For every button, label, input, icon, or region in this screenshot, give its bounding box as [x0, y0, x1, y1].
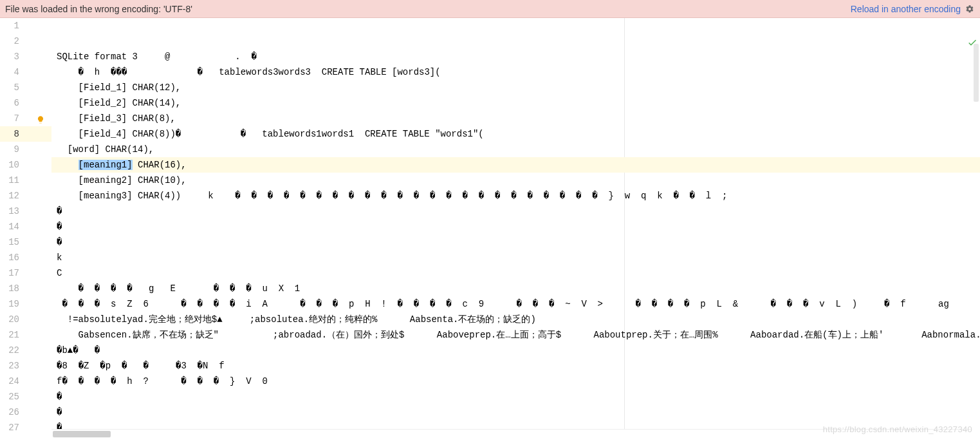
line-number: 25 — [0, 389, 51, 405]
code-line[interactable]: Gabsencen.缺席，不在场；缺乏" ;abroadad.（在）国外；到处$… — [51, 327, 980, 343]
analysis-ok-icon[interactable] — [967, 37, 977, 48]
code-line[interactable]: !=absolutelyad.完全地；绝对地$▲ ;absolutea.绝对的；… — [51, 312, 980, 327]
line-number: 1 — [0, 18, 51, 33]
line-number: 16 — [0, 250, 51, 265]
line-number: 18 — [0, 281, 51, 296]
code-line[interactable]: [word] CHAR(14), — [51, 142, 980, 157]
encoding-warning-banner: File was loaded in the wrong encoding: '… — [0, 0, 980, 18]
gear-icon[interactable] — [965, 4, 975, 14]
code-line[interactable]: [Field_3] CHAR(8), — [51, 111, 980, 126]
line-number: 4 — [0, 64, 51, 80]
line-number: 5 — [0, 80, 51, 95]
code-line[interactable]: [Field_1] CHAR(12), — [51, 80, 980, 95]
code-line[interactable]: � � � s Z 6 � � � � i A � � � p H ! � � … — [51, 296, 980, 312]
line-number: 3 — [0, 49, 51, 64]
line-number: 13 — [0, 204, 51, 219]
line-number-gutter: 1234567891011121314151617181920212223242… — [0, 18, 51, 438]
code-line[interactable]: �b▲� � — [51, 343, 980, 358]
code-line[interactable]: � — [51, 234, 980, 250]
code-line[interactable]: C — [51, 265, 980, 281]
line-number: 24 — [0, 374, 51, 389]
code-line[interactable]: SQLite format 3 @ . � — [51, 49, 980, 64]
line-number: 23 — [0, 358, 51, 374]
line-number: 11 — [0, 173, 51, 188]
vertical-scrollbar-thumb[interactable] — [974, 44, 979, 102]
line-number: 26 — [0, 405, 51, 420]
line-number: 14 — [0, 219, 51, 234]
line-number: 15 — [0, 234, 51, 250]
line-number: 17 — [0, 265, 51, 281]
line-number: 27 — [0, 420, 51, 435]
line-number: 9 — [0, 142, 51, 157]
banner-actions: Reload in another encoding — [851, 4, 975, 14]
code-editor[interactable]: 1234567891011121314151617181920212223242… — [0, 18, 980, 438]
code-line[interactable]: �8 �Z �p � � �3 �N f — [51, 358, 980, 374]
horizontal-scrollbar[interactable] — [51, 429, 971, 438]
line-number: 21 — [0, 327, 51, 343]
line-number: 2 — [0, 33, 51, 49]
code-line[interactable]: � — [51, 219, 980, 234]
line-number: 20 — [0, 312, 51, 327]
code-line[interactable]: � — [51, 204, 980, 219]
line-number: 12 — [0, 188, 51, 204]
line-number: 7 — [0, 111, 51, 126]
code-line[interactable]: [meaning1] CHAR(16), — [51, 157, 980, 173]
line-number: 19 — [0, 296, 51, 312]
vertical-scrollbar[interactable] — [972, 44, 980, 419]
code-content[interactable]: SQLite format 3 @ . � � h ��� � tablewor… — [51, 18, 980, 438]
line-number: 6 — [0, 95, 51, 111]
text-selection: [meaning1] — [79, 160, 133, 170]
code-line[interactable]: � — [51, 405, 980, 420]
horizontal-scrollbar-thumb[interactable] — [53, 431, 111, 437]
code-line[interactable]: [Field_2] CHAR(14), — [51, 95, 980, 111]
reload-encoding-link[interactable]: Reload in another encoding — [851, 4, 961, 14]
code-line[interactable]: � — [51, 389, 980, 405]
line-number: 10 — [0, 157, 51, 173]
line-number: 22 — [0, 343, 51, 358]
line-number: 8 — [0, 126, 51, 142]
code-line[interactable]: f� � � � h ? � � � } V 0 — [51, 374, 980, 389]
code-line[interactable]: [meaning3] CHAR(4)) k � � � � � � � � � … — [51, 188, 980, 204]
code-line[interactable]: [Field_4] CHAR(8))� � tablewords1words1 … — [51, 126, 980, 142]
code-line[interactable]: � h ��� � tablewords3words3 CREATE TABLE… — [51, 64, 980, 80]
intention-bulb-icon[interactable] — [36, 114, 45, 123]
code-line[interactable]: [meaning2] CHAR(10), — [51, 173, 980, 188]
code-line[interactable]: k — [51, 250, 980, 265]
banner-message: File was loaded in the wrong encoding: '… — [5, 4, 192, 14]
code-line[interactable]: � � � � g E � � � u X 1 — [51, 281, 980, 296]
